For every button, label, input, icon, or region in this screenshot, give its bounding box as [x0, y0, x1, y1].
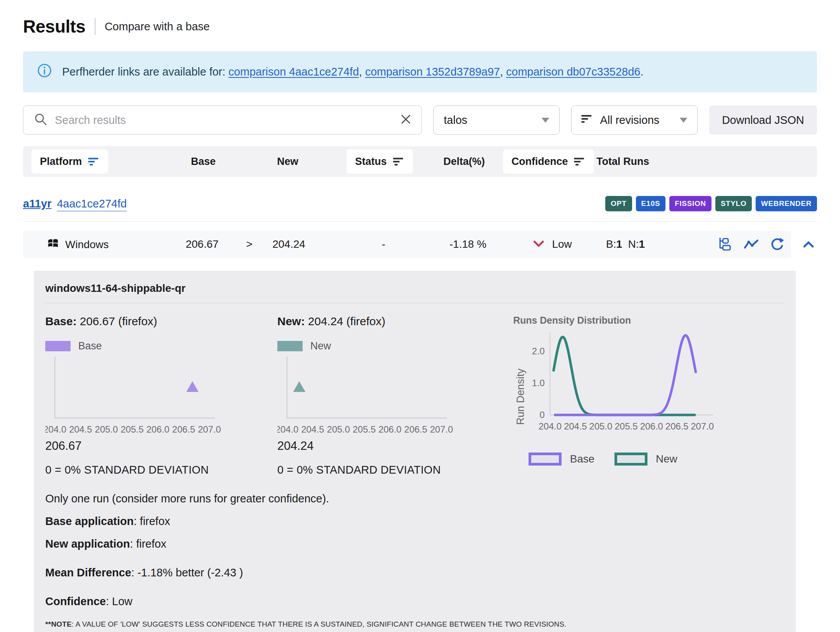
svg-text:205.0: 205.0 [327, 424, 350, 434]
svg-text:207.0: 207.0 [691, 421, 714, 431]
total-runs-value: B:1 N:1 [606, 238, 645, 250]
new-legend-label: New [310, 340, 331, 352]
base-value: 206.67 [186, 238, 219, 250]
density-legend-new-label: New [656, 453, 677, 465]
section-divider [23, 221, 817, 222]
platform-badge: STYLO [715, 196, 752, 211]
new-column-label: New [277, 156, 298, 168]
svg-text:207.0: 207.0 [430, 424, 453, 434]
base-mini-legend: Base [45, 340, 277, 352]
graph-icon[interactable] [743, 238, 759, 250]
svg-text:205.5: 205.5 [614, 421, 637, 431]
confidence-value: Low [552, 238, 572, 250]
svg-text:204.0: 204.0 [539, 421, 562, 431]
title-divider [95, 18, 96, 35]
svg-text:206.0: 206.0 [147, 424, 170, 434]
detail-notes: Only one run (consider more runs for gre… [45, 490, 784, 629]
toolbar: talos All revisions Download JSON [23, 105, 817, 135]
base-big-value: 206.67 [45, 439, 277, 453]
platform-badge: FISSION [669, 196, 712, 211]
status-column-label: Status [355, 156, 387, 168]
platform-filter-button[interactable]: Platform [31, 150, 108, 174]
regression-chevron-icon [533, 238, 544, 250]
confidence-filter-button[interactable]: Confidence [503, 150, 594, 174]
search-input[interactable] [55, 114, 393, 127]
svg-text:205.0: 205.0 [95, 424, 118, 434]
new-runs-chart: 204.0204.5205.0205.5206.0206.5207.0 [277, 354, 477, 436]
new-application-line: New application: firefox [45, 535, 784, 553]
framework-select[interactable]: talos [433, 105, 560, 135]
svg-text:1.0: 1.0 [532, 378, 545, 388]
comparison-link[interactable]: comparison db07c33528d6 [506, 66, 641, 78]
total-runs-column-label: Total Runs [596, 156, 649, 168]
platform-badge: OPT [605, 196, 632, 211]
platform-row[interactable]: Windows 206.67 > 204.24 - -1.18 % Low B:… [23, 231, 791, 258]
new-heading: New: 204.24 (firefox) [277, 315, 513, 328]
page-subtitle: Compare with a base [105, 20, 210, 33]
density-legend-base-swatch [529, 453, 562, 466]
platform-row-wrap: Windows 206.67 > 204.24 - -1.18 % Low B:… [23, 231, 817, 258]
search-icon [34, 113, 47, 127]
density-legend-base-label: Base [570, 453, 595, 465]
low-confidence-footnote: **NOTE: A VALUE OF 'LOW' SUGGESTS LESS C… [45, 620, 784, 629]
status-value: - [382, 238, 385, 250]
only-one-run-note: Only one run (consider more runs for gre… [45, 490, 784, 507]
density-chart: 01.02.0204.0204.5205.0205.5206.0206.5207… [528, 328, 735, 443]
page-header: Results Compare with a base [23, 16, 817, 37]
svg-text:204.5: 204.5 [564, 421, 587, 431]
chevron-down-icon [680, 118, 687, 123]
subtests-icon[interactable] [718, 237, 733, 252]
svg-text:205.0: 205.0 [589, 421, 612, 431]
svg-text:204.5: 204.5 [301, 424, 324, 434]
alert-links: comparison 4aac1ce274fd, comparison 1352… [229, 66, 644, 78]
density-legend-new-swatch [614, 453, 647, 466]
alert-text: Perfherder links are available for: comp… [62, 66, 643, 78]
new-distribution-panel: New: 204.24 (firefox) New 204.0204.5205.… [277, 315, 513, 476]
svg-text:2.0: 2.0 [532, 346, 545, 356]
download-json-button[interactable]: Download JSON [709, 105, 817, 135]
chevron-down-icon [542, 118, 549, 123]
platform-column-label: Platform [40, 156, 82, 168]
svg-text:206.5: 206.5 [404, 424, 427, 434]
test-revision-link[interactable]: 4aac1ce274fd [57, 198, 127, 210]
detail-card: windows11-64-shippable-qr Base: 206.67 (… [34, 271, 796, 632]
comparison-link[interactable]: comparison 4aac1ce274fd [229, 66, 359, 78]
detail-title: windows11-64-shippable-qr [45, 282, 784, 295]
platform-badge: WEBRENDER [756, 196, 817, 211]
svg-text:205.5: 205.5 [120, 424, 143, 434]
retrigger-icon[interactable] [770, 237, 785, 252]
revisions-value: All revisions [600, 114, 659, 127]
filter-icon [88, 156, 100, 166]
perfherder-results-page: Results Compare with a base Perfherder l… [0, 16, 840, 632]
collapse-row-button[interactable] [800, 240, 817, 248]
new-big-value: 204.24 [277, 439, 513, 453]
revisions-select[interactable]: All revisions [571, 105, 697, 135]
density-ylabel: Run Density [513, 328, 528, 443]
density-panel: Runs Density Distribution Run Density 01… [513, 315, 784, 476]
delta-value: -1.18 % [450, 238, 487, 250]
platform-name: Windows [65, 238, 109, 250]
info-alert: Perfherder links are available for: comp… [23, 51, 817, 92]
platform-badge: E10S [636, 196, 666, 211]
svg-text:204.0: 204.0 [277, 424, 298, 434]
new-value: 204.24 [272, 238, 305, 250]
confidence-line: Confidence: Low [45, 593, 784, 610]
results-table-header: Platform Base New Status Delta(%) Confid… [23, 146, 817, 177]
platform-badges: OPTE10SFISSIONSTYLOWEBRENDER [605, 196, 817, 211]
test-name-link[interactable]: a11yr [23, 198, 51, 210]
comparison-sign: > [246, 238, 252, 250]
clear-search-icon[interactable] [401, 114, 411, 126]
svg-text:206.0: 206.0 [640, 421, 663, 431]
status-filter-button[interactable]: Status [347, 150, 413, 174]
svg-text:204.0: 204.0 [45, 424, 66, 434]
base-application-line: Base application: firefox [45, 513, 784, 530]
comparison-link[interactable]: comparison 1352d3789a97 [365, 66, 500, 78]
svg-text:206.0: 206.0 [379, 424, 402, 434]
filter-icon [574, 156, 586, 166]
delta-column-label: Delta(%) [443, 156, 485, 168]
mean-difference-line: Mean Difference: -1.18% better (-2.43 ) [45, 564, 784, 581]
windows-logo-icon [47, 237, 59, 252]
svg-text:206.5: 206.5 [665, 421, 688, 431]
new-mini-legend: New [277, 340, 513, 352]
detail-divider [45, 303, 784, 303]
